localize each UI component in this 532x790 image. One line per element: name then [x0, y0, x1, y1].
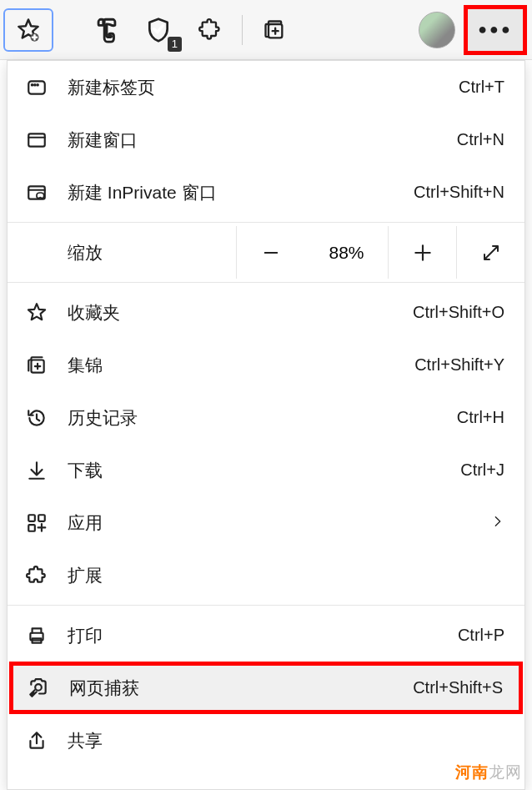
- svg-point-3: [32, 83, 33, 85]
- print-icon: [24, 623, 49, 648]
- add-favorite-button[interactable]: [3, 8, 53, 52]
- zoom-value: 88%: [304, 243, 388, 263]
- menu-label: 共享: [68, 729, 504, 752]
- menu-collections[interactable]: 集锦 Ctrl+Shift+Y: [8, 339, 524, 391]
- profile-avatar[interactable]: [419, 12, 455, 48]
- menu-separator: [8, 605, 524, 606]
- menu-apps[interactable]: 应用: [8, 496, 524, 549]
- settings-menu: 新建标签页 Ctrl+T 新建窗口 Ctrl+N 新建 InPrivate 窗口…: [7, 60, 525, 790]
- evernote-extension-button[interactable]: [82, 8, 132, 52]
- menu-web-capture[interactable]: 网页捕获 Ctrl+Shift+S: [9, 662, 523, 714]
- downloads-icon: [24, 458, 49, 483]
- fullscreen-button[interactable]: [456, 226, 524, 279]
- svg-rect-10: [38, 515, 45, 521]
- watermark: 河南龙网: [455, 762, 522, 783]
- menu-history[interactable]: 历史记录 Ctrl+H: [8, 391, 524, 444]
- menu-label: 新建标签页: [68, 76, 459, 99]
- menu-new-window[interactable]: 新建窗口 Ctrl+N: [8, 113, 524, 166]
- new-tab-icon: [24, 75, 49, 100]
- menu-label: 收藏夹: [68, 301, 413, 325]
- favorites-icon: [24, 300, 49, 325]
- menu-zoom-row: 缩放 88%: [8, 226, 524, 279]
- collections-icon: [24, 353, 49, 378]
- menu-shortcut: Ctrl+Shift+N: [414, 183, 504, 202]
- collections-toolbar-button[interactable]: [249, 8, 299, 52]
- menu-shortcut: Ctrl+P: [458, 626, 504, 645]
- apps-icon: [24, 511, 49, 536]
- menu-shortcut: Ctrl+Shift+S: [413, 678, 503, 697]
- svg-point-13: [35, 684, 42, 691]
- menu-downloads[interactable]: 下载 Ctrl+J: [8, 444, 524, 496]
- menu-label: 扩展: [68, 564, 504, 587]
- menu-shortcut: Ctrl+J: [460, 460, 504, 480]
- menu-share[interactable]: 共享: [8, 714, 524, 767]
- menu-shortcut: Ctrl+Shift+Y: [414, 355, 504, 375]
- menu-label: 集锦: [68, 354, 414, 377]
- menu-separator: [8, 282, 524, 283]
- extensions-icon: [24, 563, 49, 588]
- inprivate-icon: [24, 180, 49, 205]
- menu-label: 应用: [68, 511, 491, 535]
- menu-new-tab[interactable]: 新建标签页 Ctrl+T: [8, 61, 524, 113]
- menu-new-inprivate[interactable]: 新建 InPrivate 窗口 Ctrl+Shift+N: [8, 166, 524, 219]
- history-icon: [24, 405, 49, 430]
- browser-toolbar: 1 ●●●: [0, 0, 532, 60]
- menu-label: 打印: [68, 624, 458, 647]
- svg-rect-9: [28, 515, 35, 521]
- zoom-out-button[interactable]: [236, 226, 304, 279]
- menu-favorites[interactable]: 收藏夹 Ctrl+Shift+O: [8, 286, 524, 339]
- chevron-right-icon: [491, 513, 504, 532]
- svg-rect-2: [28, 81, 45, 93]
- menu-print[interactable]: 打印 Ctrl+P: [8, 609, 524, 662]
- menu-label: 历史记录: [68, 406, 457, 430]
- capture-icon: [26, 676, 51, 701]
- extensions-puzzle-button[interactable]: [185, 8, 235, 52]
- settings-more-button[interactable]: ●●●: [464, 5, 527, 55]
- menu-shortcut: Ctrl+T: [459, 78, 504, 97]
- menu-shortcut: Ctrl+H: [457, 408, 504, 427]
- menu-shortcut: Ctrl+N: [457, 130, 504, 149]
- zoom-label: 缩放: [68, 241, 236, 264]
- menu-label: 下载: [68, 459, 460, 482]
- share-icon: [24, 728, 49, 753]
- svg-point-4: [34, 83, 36, 85]
- zoom-in-button[interactable]: [388, 226, 456, 279]
- shield-extension-button[interactable]: 1: [133, 8, 183, 52]
- menu-label: 新建窗口: [68, 128, 457, 152]
- svg-rect-11: [28, 525, 35, 531]
- toolbar-separator: [242, 15, 243, 45]
- new-window-icon: [24, 128, 49, 153]
- menu-separator: [8, 222, 524, 223]
- more-icon: ●●●: [478, 21, 513, 38]
- menu-shortcut: Ctrl+Shift+O: [413, 303, 504, 322]
- svg-point-5: [37, 83, 38, 85]
- menu-label: 新建 InPrivate 窗口: [68, 181, 414, 204]
- menu-extensions[interactable]: 扩展: [8, 549, 524, 601]
- svg-rect-6: [28, 133, 45, 146]
- extension-badge: 1: [168, 37, 182, 52]
- menu-label: 网页捕获: [69, 677, 413, 700]
